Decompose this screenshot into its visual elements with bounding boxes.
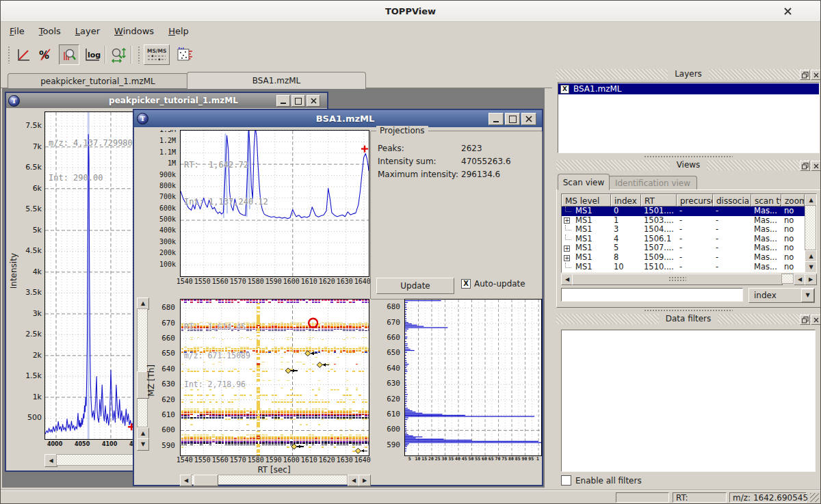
views-dock-titlebar[interactable]: Views [556, 160, 820, 170]
table-row[interactable]: +MS111503....--Mas...no [562, 216, 805, 226]
scan-table-body[interactable]: MS101501....--Mas...no+MS111503....--Mas… [562, 207, 805, 272]
tab-identification-view[interactable]: Identification view [608, 176, 697, 190]
tick-label: 1630 [337, 456, 353, 464]
scroll-down-button[interactable]: ▼ [805, 261, 817, 273]
views-close-button[interactable] [811, 161, 821, 171]
main-close-button[interactable] [779, 3, 796, 19]
table-row[interactable]: +MS181509....--Mas...no [562, 253, 805, 263]
table-cell: 1507.... [641, 243, 677, 253]
auto-update-checkbox[interactable]: X [461, 279, 471, 289]
maximize-button[interactable] [291, 95, 305, 107]
tab-bsa1[interactable]: BSA1.mzML [187, 72, 366, 89]
scroll-thumb[interactable] [572, 274, 783, 285]
table-row[interactable]: MS131504....--Mas...no [562, 225, 805, 235]
filters-close-button[interactable] [811, 315, 821, 325]
column-header-zoom[interactable]: zoom [781, 194, 805, 207]
main-titlebar[interactable]: TOPPView [1, 1, 820, 22]
intensity-sum-value: 47055263.6 [461, 155, 511, 168]
heatmap-hscrollbar[interactable]: ◀ ◀ ▶ [180, 475, 369, 485]
filters-float-button[interactable] [800, 315, 810, 325]
scan-table-header[interactable]: MS levelindexRTprecursodissociascan tyzo… [562, 194, 805, 207]
maximize-button[interactable] [505, 113, 520, 125]
expand-icon[interactable]: + [564, 217, 570, 224]
scroll-right-button[interactable]: ▶ [359, 475, 371, 486]
bsa1-window-title: BSA1.mzML [148, 114, 542, 124]
app-title: TOPPView [385, 6, 436, 16]
scroll-thumb[interactable] [194, 475, 218, 486]
intensity-percentage-button[interactable]: % [36, 45, 55, 64]
view-2d-button[interactable] [175, 45, 194, 64]
scan-table[interactable]: MS levelindexRTprecursodissociascan tyzo… [561, 194, 817, 273]
table-cell: Mas... [751, 263, 781, 272]
scroll-down-button[interactable]: ▼ [137, 438, 149, 451]
enable-all-filters-checkbox[interactable] [561, 475, 571, 486]
msms-view-button[interactable]: MS/MS [144, 44, 170, 65]
menu-file[interactable]: File [8, 25, 26, 38]
table-cell: Mas... [751, 225, 781, 235]
scroll-track[interactable] [805, 205, 816, 250]
intensity-linear-button[interactable] [14, 45, 33, 64]
toolbar-drag-handle[interactable] [8, 46, 11, 64]
layers-close-button[interactable] [811, 70, 821, 80]
column-header-precurso[interactable]: precurso [677, 194, 713, 207]
scan-search-input[interactable] [561, 288, 743, 302]
layer-visibility-checkbox[interactable]: X [560, 85, 569, 94]
tick-label: 650 [387, 348, 400, 357]
table-cell: - [677, 235, 713, 244]
bsa1-titlebar[interactable]: T BSA1.mzML [134, 110, 542, 127]
menu-tools[interactable]: Tools [38, 25, 62, 38]
right-arrow-icon: ▶ [809, 277, 813, 282]
scroll-track[interactable] [781, 274, 794, 284]
expand-icon[interactable]: + [564, 246, 570, 252]
layers-dock-titlebar[interactable]: Layers [556, 69, 820, 79]
filters-dock-titlebar[interactable]: Data filters [556, 314, 820, 324]
tab-scan-view[interactable]: Scan view [558, 174, 610, 190]
expand-icon[interactable]: + [564, 255, 570, 261]
layer-item-bsa1[interactable]: X BSA1.mzML [558, 83, 819, 94]
minimize-button[interactable] [488, 113, 504, 125]
close-button[interactable] [307, 95, 320, 107]
tick-label: 3.5k [25, 288, 42, 297]
menu-windows[interactable]: Windows [113, 25, 155, 38]
intensity-snap-button[interactable] [59, 44, 79, 65]
scroll-right-button[interactable]: ▶ [805, 274, 817, 285]
layers-float-button[interactable] [800, 70, 810, 80]
dock-splitter[interactable] [644, 155, 733, 158]
table-row[interactable]: MS141506.1--Mas...no [562, 235, 805, 244]
bsa1-window[interactable]: T BSA1.mzML 100k200k300k400k500k600k700k… [133, 109, 543, 486]
column-header-rt[interactable]: RT [641, 194, 677, 207]
dock-splitter-2[interactable] [644, 309, 733, 312]
tick-label: 2k [33, 351, 42, 360]
views-float-button[interactable] [800, 161, 810, 171]
update-button[interactable]: Update [376, 278, 454, 294]
tick-label: 680 [387, 302, 400, 311]
tab-peakpicker[interactable]: peakpicker_tutorial_1.mzML [8, 73, 188, 88]
column-header-index[interactable]: index [611, 194, 641, 207]
tick-label: 20 [428, 456, 434, 462]
minimize-button[interactable] [276, 95, 290, 107]
intensity-log-button[interactable]: log [83, 45, 102, 64]
layers-list[interactable]: X BSA1.mzML [558, 82, 820, 153]
table-vscrollbar[interactable]: ▲ ▲ ▼ [805, 194, 816, 272]
projection-plot[interactable] [404, 299, 542, 456]
resize-grip[interactable] [810, 493, 819, 502]
dropdown-arrow-button[interactable]: ▼ [801, 289, 814, 302]
tick-label: 1620 [319, 278, 335, 285]
column-header-ms-level[interactable]: MS level [562, 194, 611, 207]
table-row[interactable]: MS1101510....--Mas...no [562, 263, 805, 272]
table-row[interactable]: MS101501....--Mas...no [562, 207, 805, 216]
tick-label: 65 [488, 456, 494, 462]
sort-column-dropdown[interactable]: index ▼ [748, 288, 815, 303]
close-button[interactable] [521, 113, 536, 125]
table-hscrollbar[interactable]: ◀ ◀ ▶ [561, 274, 816, 284]
tick-label: 660 [161, 334, 175, 343]
menu-help[interactable]: Help [167, 25, 190, 38]
menu-layer[interactable]: Layer [74, 25, 101, 38]
column-header-scan-ty[interactable]: scan ty [751, 194, 781, 207]
zoom-axes-button[interactable] [109, 45, 128, 64]
toolbar-drag-handle-2[interactable] [138, 46, 141, 64]
table-cell: - [713, 216, 751, 226]
data-filters-list[interactable] [561, 330, 816, 472]
table-row[interactable]: +MS151507....--Mas...no [562, 243, 805, 253]
column-header-dissocia[interactable]: dissocia [713, 194, 751, 207]
